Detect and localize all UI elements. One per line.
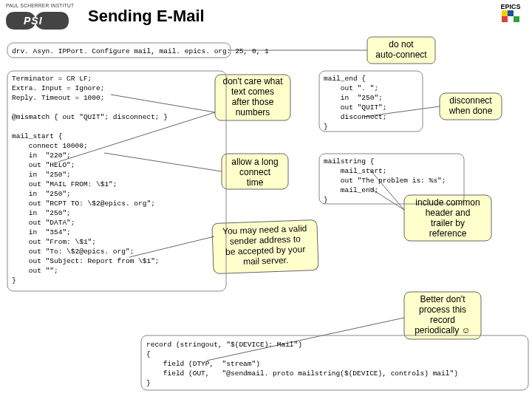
header: PAUL SCHERRER INSTITUT PSI Sending E-Mai… <box>0 0 532 33</box>
logo-subtitle: PAUL SCHERRER INSTITUT <box>6 3 74 8</box>
psi-logo: PAUL SCHERRER INSTITUT PSI <box>6 3 76 30</box>
callout-autoconnect: do not auto-connect <box>369 39 433 60</box>
psi-logo-text: PSI <box>24 15 43 27</box>
record-code: record (stringout, "$(DEVICE): Mail") { … <box>146 340 458 388</box>
callout-validaddr: You may need a valid sender address to b… <box>214 223 317 268</box>
drv-config-code: drv. Asyn. IPPort. Configure mail, mail.… <box>12 47 269 56</box>
epics-text: EPICS <box>495 3 526 10</box>
callout-dontcare: don't care what text comes after those n… <box>216 76 289 117</box>
callout-longconnect: allow a long connect time <box>223 157 287 188</box>
callout-disconnect: disconnect when done <box>441 95 500 116</box>
page-title: Sending E-Mail <box>88 7 205 26</box>
epics-squares <box>502 10 519 22</box>
callout-include: include common header and trailer by ref… <box>406 197 489 239</box>
main-code-block: Terminator = CR LF; Extra. Input = Ignor… <box>12 74 168 285</box>
callout-periodically: Better don't process this record periodi… <box>406 294 479 335</box>
mail-end-code: mail_end { out ". "; in "250"; out "QUIT… <box>324 74 387 132</box>
epics-logo: EPICS <box>495 3 526 22</box>
